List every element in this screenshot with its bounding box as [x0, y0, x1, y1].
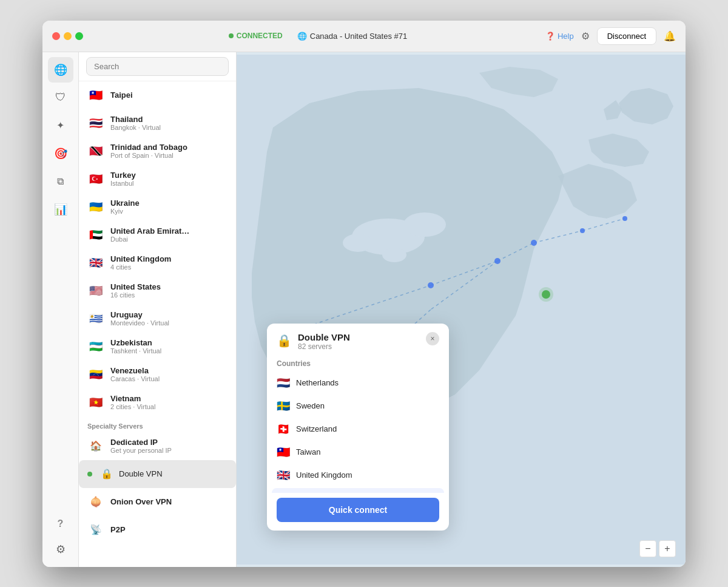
specialty-item-double-vpn[interactable]: 🔒 Double VPN: [79, 460, 236, 488]
globe-small-icon: 🌐: [297, 32, 307, 41]
sidebar-bottom: ? ⚙: [48, 511, 73, 562]
flag-vietnam: 🇻🇳: [87, 394, 104, 411]
sidebar-item-shield[interactable]: 🛡: [48, 85, 73, 110]
globe-icon: 🌐: [54, 63, 67, 76]
close-button[interactable]: [52, 32, 60, 40]
specialty-item-dedicated-ip[interactable]: 🏠 Dedicated IP Get your personal IP: [79, 432, 236, 460]
popup-flag-taiwan: 🇹🇼: [277, 446, 290, 459]
active-indicator: [87, 472, 92, 477]
search-bar: [79, 52, 236, 81]
popup-header: 🔒 Double VPN 82 servers ×: [267, 324, 449, 357]
double-vpn-icon: 🔒: [98, 466, 115, 483]
country-item-uae[interactable]: 🇦🇪 United Arab Emirat… Dubai: [79, 221, 236, 249]
mesh-icon: ✦: [56, 120, 64, 131]
sidebar-item-help[interactable]: ?: [48, 511, 73, 537]
svg-point-13: [428, 282, 434, 288]
search-input[interactable]: [86, 57, 229, 76]
sidebar-item-mesh[interactable]: ✦: [48, 113, 73, 138]
country-item-taipei[interactable]: 🇹🇼 Taipei: [79, 81, 236, 109]
onion-icon: 🧅: [87, 494, 104, 511]
country-item-uk[interactable]: 🇬🇧 United Kingdom 4 cities: [79, 249, 236, 277]
help-circle-icon: ❓: [545, 32, 555, 41]
svg-point-16: [580, 228, 585, 233]
help-icon: ?: [58, 518, 64, 529]
connection-status: CONNECTED: [229, 32, 283, 40]
zoom-out-button[interactable]: −: [639, 540, 656, 557]
flag-us: 🇺🇸: [87, 282, 104, 299]
country-list-panel: 🇹🇼 Taipei 🇹🇭 Thailand Bangkok · Virtual …: [79, 52, 237, 567]
country-item-us[interactable]: 🇺🇸 United States 16 cities: [79, 277, 236, 305]
popup-flag-switzerland: 🇨🇭: [277, 422, 290, 436]
popup-item-taiwan[interactable]: 🇹🇼 Taiwan: [267, 441, 449, 464]
popup-item-netherlands[interactable]: 🇳🇱 Netherlands: [267, 372, 449, 395]
traffic-lights: [52, 32, 83, 40]
double-vpn-popup: 🔒 Double VPN 82 servers × Countries 🇳🇱 N…: [267, 324, 449, 531]
status-dot-icon: [229, 33, 234, 38]
server-label: 🌐 Canada - United States #71: [297, 32, 407, 41]
popup-item-sweden[interactable]: 🇸🇪 Sweden: [267, 395, 449, 418]
zoom-in-button[interactable]: +: [659, 540, 676, 557]
sidebar-item-stats[interactable]: 📊: [48, 197, 73, 222]
shield-icon: 🛡: [55, 91, 66, 104]
flag-uzbekistan: 🇺🇿: [87, 338, 104, 355]
specialty-section-header: Specialty Servers: [79, 416, 236, 432]
flag-taiwan: 🇹🇼: [87, 87, 104, 104]
sidebar-icons: 🌐 🛡 ✦ 🎯 ⧉ 📊 ? ⚙: [42, 52, 79, 567]
svg-point-17: [622, 216, 627, 221]
country-item-vietnam[interactable]: 🇻🇳 Vietnam 2 cities · Virtual: [79, 389, 236, 416]
popup-section-label: Countries: [267, 357, 449, 372]
p2p-icon: 📡: [87, 521, 104, 538]
svg-point-14: [494, 258, 500, 264]
svg-point-20: [539, 287, 553, 302]
stats-icon: 📊: [54, 203, 67, 216]
specialty-item-p2p[interactable]: 📡 P2P: [79, 516, 236, 544]
layers-icon: ⧉: [57, 176, 64, 187]
settings-icon: ⚙: [581, 30, 590, 42]
country-item-ukraine[interactable]: 🇺🇦 Ukraine Kyiv: [79, 193, 236, 221]
svg-point-2: [403, 212, 446, 237]
country-item-thailand[interactable]: 🇹🇭 Thailand Bangkok · Virtual: [79, 109, 236, 137]
sidebar-item-settings[interactable]: ⚙: [48, 537, 73, 562]
titlebar-center: CONNECTED 🌐 Canada - United States #71: [96, 32, 539, 41]
popup-flag-netherlands: 🇳🇱: [277, 376, 290, 390]
flag-uae: 🇦🇪: [87, 226, 104, 243]
country-item-turkey[interactable]: 🇹🇷 Turkey Istanbul: [79, 165, 236, 193]
notification-icon[interactable]: 🔔: [664, 30, 676, 42]
main-content: 🌐 🛡 ✦ 🎯 ⧉ 📊 ? ⚙: [42, 52, 686, 567]
sidebar-item-target[interactable]: 🎯: [48, 141, 73, 166]
svg-point-15: [531, 240, 537, 246]
popup-item-us[interactable]: 🇺🇸 United States: [272, 488, 444, 493]
help-button[interactable]: ❓ Help: [545, 32, 574, 41]
country-item-trinidad[interactable]: 🇹🇹 Trinidad and Tobago Port of Spain · V…: [79, 137, 236, 165]
popup-subtitle: 82 servers: [298, 342, 350, 351]
country-scroll[interactable]: 🇹🇼 Taipei 🇹🇭 Thailand Bangkok · Virtual …: [79, 81, 236, 567]
status-label: CONNECTED: [237, 32, 283, 40]
specialty-item-onion[interactable]: 🧅 Onion Over VPN: [79, 488, 236, 516]
flag-trinidad: 🇹🇹: [87, 143, 104, 160]
minimize-button[interactable]: [64, 32, 72, 40]
popup-item-uk[interactable]: 🇬🇧 United Kingdom: [267, 464, 449, 487]
flag-thailand: 🇹🇭: [87, 115, 104, 132]
flag-uruguay: 🇺🇾: [87, 310, 104, 327]
country-item-venezuela[interactable]: 🇻🇪 Venezuela Caracas · Virtual: [79, 361, 236, 389]
sidebar-item-globe[interactable]: 🌐: [48, 57, 73, 83]
svg-point-4: [382, 248, 406, 262]
disconnect-button[interactable]: Disconnect: [597, 27, 656, 45]
flag-venezuela: 🇻🇪: [87, 366, 104, 383]
country-item-uruguay[interactable]: 🇺🇾 Uruguay Montevideo · Virtual: [79, 305, 236, 333]
popup-item-switzerland[interactable]: 🇨🇭 Switzerland: [267, 418, 449, 441]
map-controls: − +: [639, 540, 676, 557]
sidebar-item-layers[interactable]: ⧉: [48, 169, 73, 194]
popup-country-list: 🇳🇱 Netherlands 🇸🇪 Sweden 🇨🇭 Switzerland …: [267, 372, 449, 493]
country-item-uzbekistan[interactable]: 🇺🇿 Uzbekistan Tashkent · Virtual: [79, 333, 236, 361]
popup-flag-sweden: 🇸🇪: [277, 399, 290, 413]
titlebar: CONNECTED 🌐 Canada - United States #71 ❓…: [42, 21, 686, 52]
flag-ukraine: 🇺🇦: [87, 198, 104, 215]
popup-close-button[interactable]: ×: [426, 332, 439, 345]
popup-flag-uk: 🇬🇧: [277, 469, 290, 482]
maximize-button[interactable]: [75, 32, 83, 40]
gear-icon: ⚙: [56, 543, 66, 556]
popup-lock-icon: 🔒: [277, 333, 292, 348]
svg-point-3: [343, 234, 373, 252]
quick-connect-button[interactable]: Quick connect: [277, 498, 439, 522]
